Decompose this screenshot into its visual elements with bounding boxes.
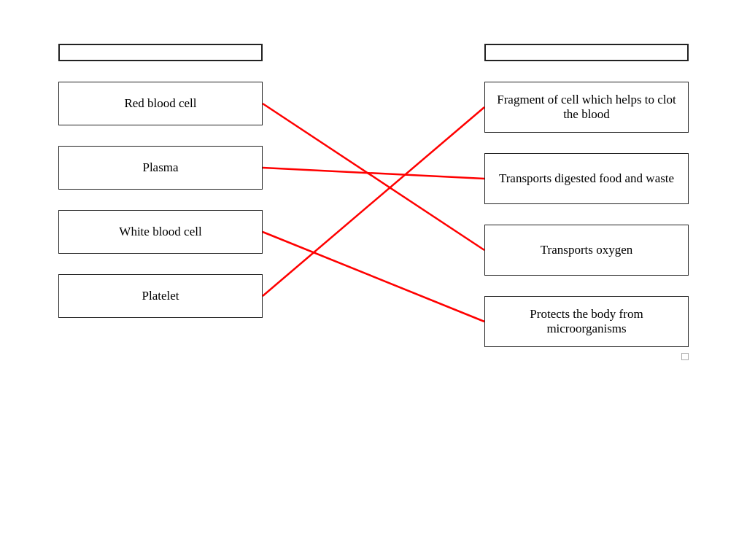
matching-area: Red blood cell Plasma White blood cell P… xyxy=(44,44,703,368)
left-item-3: Platelet xyxy=(58,274,263,318)
left-item-2: White blood cell xyxy=(58,210,263,254)
right-item-2: Transports oxygen xyxy=(484,225,689,276)
page: Red blood cell Plasma White blood cell P… xyxy=(0,0,747,389)
left-item-1: Plasma xyxy=(58,146,263,190)
right-column-header xyxy=(484,44,689,61)
right-item-0: Fragment of cell which helps to clot the… xyxy=(484,82,689,133)
right-item-3: Protects the body from microorganisms xyxy=(484,296,689,347)
small-square-decoration xyxy=(681,353,689,360)
right-column: Fragment of cell which helps to clot the… xyxy=(484,44,689,368)
left-column-header xyxy=(58,44,263,61)
left-column: Red blood cell Plasma White blood cell P… xyxy=(58,44,263,338)
right-item-1: Transports digested food and waste xyxy=(484,153,689,204)
left-item-0: Red blood cell xyxy=(58,82,263,125)
matching-container: Red blood cell Plasma White blood cell P… xyxy=(29,44,718,368)
